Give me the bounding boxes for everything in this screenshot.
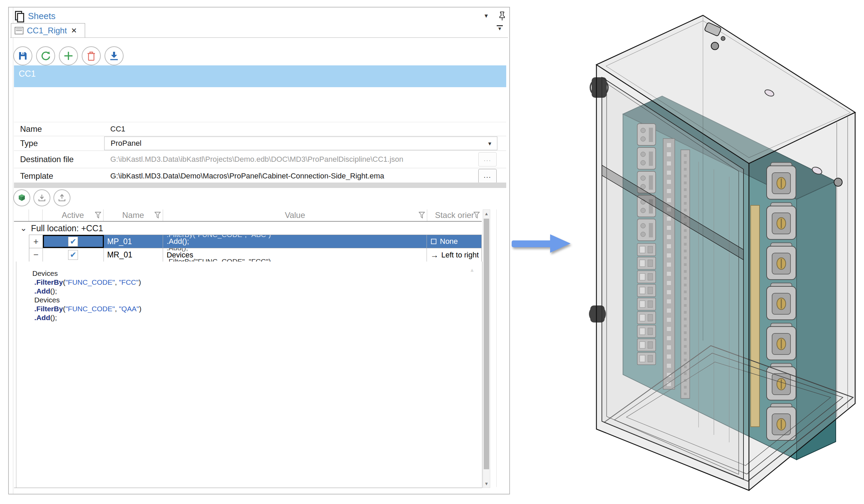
code-line: .FilterBy("FUNC_CODE", "QAA")	[32, 304, 482, 313]
refresh-button[interactable]	[36, 46, 55, 65]
destination-field: G:\ibKastl.MD3.Data\ibKastl\Projects\Dem…	[104, 155, 478, 164]
chevron-down-icon[interactable]: ⌄	[20, 225, 27, 231]
destination-browse-button: ...	[478, 152, 497, 167]
panel-menu-caret-icon[interactable]: ▼	[483, 13, 489, 19]
generate-button[interactable]	[13, 189, 30, 206]
code-line: .Add();	[32, 313, 482, 322]
refresh-icon	[40, 51, 51, 61]
sheets-icon	[15, 11, 23, 21]
form-row-name: Name CC1	[14, 122, 506, 136]
filter-icon[interactable]	[95, 212, 101, 219]
name-cell[interactable]: MP_01	[104, 235, 164, 248]
template-field: G:\ibKastl.MD3.Data\Demo\Macros\ProPanel…	[104, 172, 478, 180]
form-row-template: Template G:\ibKastl.MD3.Data\Demo\Macros…	[14, 168, 506, 184]
content-right-edge	[496, 209, 497, 487]
scroll-down-icon[interactable]: ▼	[483, 481, 490, 486]
cube-icon	[17, 193, 26, 202]
header-expander	[29, 209, 43, 221]
export-up-button[interactable]	[53, 189, 71, 206]
check-icon: ✔	[70, 251, 76, 259]
trash-icon	[86, 51, 96, 61]
stack-orientation-cell[interactable]: → Left to right	[427, 248, 481, 262]
plus-icon	[63, 51, 73, 61]
table-row[interactable]: − ✔ MR_01 .Add(); Devices .FilterBy("FUN…	[29, 248, 482, 262]
code-line: .FilterBy("FUNC_CODE", "FCC")	[32, 278, 482, 287]
sheet-icon	[15, 27, 24, 34]
panel-titlebar: Sheets ▼	[15, 10, 506, 23]
save-icon	[18, 51, 27, 61]
stack-orientation-value: None	[440, 237, 458, 246]
export-down-button[interactable]	[33, 189, 50, 206]
collapse-all-icon[interactable]: ▼	[496, 25, 503, 30]
header-indicator	[14, 209, 29, 221]
check-icon: ✔	[70, 238, 76, 245]
value-line: .Add();	[163, 237, 189, 246]
separator-bar	[14, 182, 506, 188]
filter-icon[interactable]	[473, 212, 480, 219]
tab-strip: CC1_Right ✕ ▼	[10, 23, 508, 38]
arrow-up-tray-icon	[58, 194, 66, 202]
header-name[interactable]: Name	[104, 209, 163, 221]
filter-icon[interactable]	[155, 212, 161, 219]
tab-close-icon[interactable]: ✕	[71, 26, 77, 35]
sheet-properties-form: Name CC1 Type ProPanel ▼ Destination fil…	[14, 122, 506, 184]
save-button[interactable]	[13, 46, 32, 65]
value-clipped-line: .FilterBy("FUNC_CODE", "FCC")	[167, 257, 271, 262]
detail-collapse-icon[interactable]: ▲	[469, 267, 475, 273]
code-line: Devices	[32, 296, 482, 304]
scroll-up-icon[interactable]: ▲	[483, 211, 490, 216]
scrollbar-thumb[interactable]	[484, 219, 489, 469]
row-detail-editor[interactable]: Devices .FilterBy("FUNC_CODE", "FCC") .A…	[16, 262, 482, 488]
sheets-panel: Sheets ▼ CC1_Right ✕ ▼	[8, 7, 510, 494]
grid-vertical-scrollbar[interactable]: ▲ ▼	[483, 209, 490, 488]
stack-orientation-cell[interactable]: None	[427, 235, 481, 248]
header-stack-orientation[interactable]: Stack orier	[427, 209, 482, 221]
active-cell[interactable]: ✔	[43, 248, 104, 262]
destination-label: Destination file	[14, 155, 104, 164]
form-row-type: Type ProPanel ▼	[14, 136, 506, 151]
header-active[interactable]: Active	[43, 209, 104, 221]
none-box-icon	[431, 239, 436, 244]
delete-button[interactable]	[82, 46, 101, 65]
value-cell[interactable]: .FilterBy("FUNC_CODE", "ABC") .Add();	[163, 235, 427, 248]
type-value: ProPanel	[105, 139, 497, 148]
import-button[interactable]	[105, 46, 123, 65]
macro-code[interactable]: Devices .FilterBy("FUNC_CODE", "FCC") .A…	[16, 262, 482, 322]
form-row-destination: Destination file G:\ibKastl.MD3.Data\ibK…	[14, 151, 506, 168]
group-row-full-location[interactable]: ⌄ Full location: +CC1	[14, 222, 482, 235]
name-field[interactable]: CC1	[104, 125, 506, 133]
download-arrow-icon	[109, 51, 119, 61]
arrow-down-tray-icon	[38, 194, 46, 202]
list-item-cc1[interactable]: CC1	[14, 65, 506, 87]
filter-icon[interactable]	[419, 212, 425, 219]
active-cell[interactable]: ✔	[43, 235, 104, 248]
flow-arrow-icon	[511, 231, 573, 255]
tab-cc1-right[interactable]: CC1_Right ✕	[11, 23, 85, 37]
name-cell[interactable]: MR_01	[104, 248, 164, 262]
type-label: Type	[14, 139, 104, 148]
tab-label: CC1_Right	[27, 26, 67, 35]
value-cell[interactable]: .Add(); Devices .FilterBy("FUNC_CODE", "…	[163, 248, 427, 262]
add-button[interactable]	[59, 46, 78, 65]
code-line: .Add();	[32, 287, 482, 296]
group-label: Full location: +CC1	[31, 224, 103, 233]
template-browse-button[interactable]: ...	[478, 169, 497, 183]
panel-edge-line	[13, 8, 13, 494]
name-label: Name	[14, 124, 104, 134]
pin-icon[interactable]	[499, 11, 506, 21]
cabinet-3d-render	[579, 5, 864, 499]
table-row[interactable]: + ✔ MP_01 .FilterBy("FUNC_CODE", "ABC") …	[29, 235, 482, 248]
template-label: Template	[14, 171, 104, 181]
active-checkbox[interactable]: ✔	[68, 237, 78, 247]
row-collapse-button[interactable]: −	[29, 248, 43, 262]
active-checkbox[interactable]: ✔	[68, 250, 78, 260]
type-combobox[interactable]: ProPanel ▼	[104, 136, 497, 150]
combo-caret-icon: ▼	[487, 141, 492, 146]
row-expand-button[interactable]: +	[29, 235, 43, 248]
stack-orientation-value: Left to right	[441, 251, 479, 260]
panel-title: Sheets	[28, 11, 56, 22]
header-value[interactable]: Value	[163, 209, 427, 221]
code-line: Devices	[32, 269, 482, 278]
grid-header: Active Name Value Stack orier	[14, 209, 482, 222]
right-face	[749, 112, 855, 490]
